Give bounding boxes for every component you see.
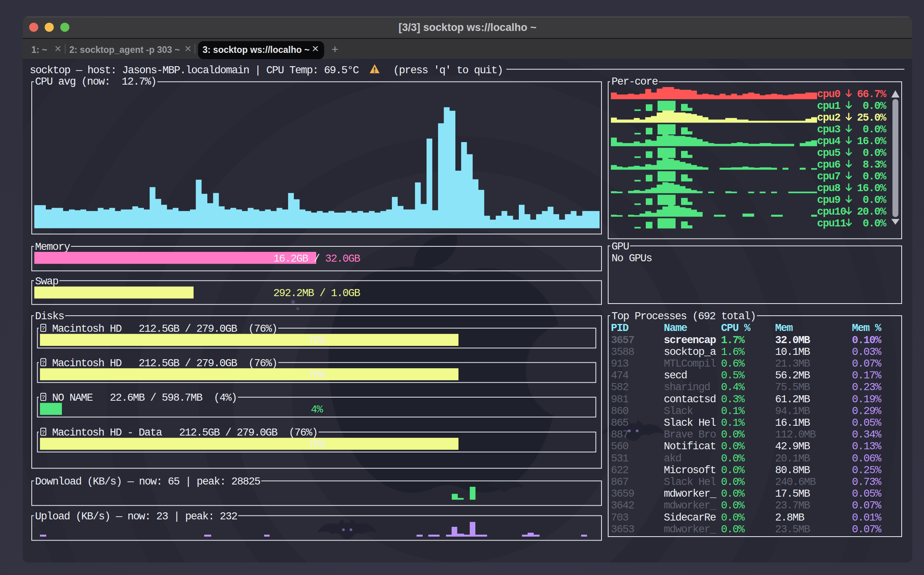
svg-text:cpu4: cpu4 xyxy=(817,136,841,147)
svg-text:20.1MB: 20.1MB xyxy=(775,453,810,465)
svg-text:CPU avg (now: 12.7%): CPU avg (now: 12.7%) xyxy=(35,76,156,88)
svg-text:1.7%: 1.7% xyxy=(721,335,745,346)
svg-text:0.0%: 0.0% xyxy=(863,194,887,206)
svg-text:?: ? xyxy=(42,360,45,367)
svg-text:GPU: GPU xyxy=(612,241,629,253)
svg-text:3: socktop ws://localho ~: 3: socktop ws://localho ~ xyxy=(203,45,310,55)
svg-text:cpu0: cpu0 xyxy=(817,89,840,100)
svg-text:0.1%: 0.1% xyxy=(721,405,745,417)
svg-text:3588: 3588 xyxy=(611,346,634,358)
svg-text:0.0%: 0.0% xyxy=(721,465,745,476)
svg-text:1: ~: 1: ~ xyxy=(31,45,47,55)
svg-text:MTLCompil: MTLCompil xyxy=(664,358,716,370)
svg-text:Macintosh HD - Data 212.5GB: Macintosh HD - Data 212.5GB / 279.0GB (7… xyxy=(52,427,317,439)
svg-text:screencap: screencap xyxy=(664,335,716,346)
svg-text:16.0%: 16.0% xyxy=(857,136,887,147)
svg-text:23.5MB: 23.5MB xyxy=(775,524,810,535)
svg-text:0.0%: 0.0% xyxy=(863,147,887,159)
svg-text:×: × xyxy=(54,42,62,55)
svg-text:Slack Hel: Slack Hel xyxy=(664,476,716,488)
svg-text:PID: PID xyxy=(611,322,629,334)
svg-text:Download (KB/s) — now: 65 | pe: Download (KB/s) — now: 65 | peak: 28825 xyxy=(35,476,260,488)
svg-text:akd: akd xyxy=(664,453,681,465)
svg-text:3642: 3642 xyxy=(611,500,634,512)
svg-text:0.0%: 0.0% xyxy=(863,171,887,183)
svg-text:NO NAME 22.6MB / 598.7MB (4: NO NAME 22.6MB / 598.7MB (4%) xyxy=(52,392,237,404)
svg-text:CPU %: CPU % xyxy=(721,322,751,334)
svg-text:560: 560 xyxy=(611,441,628,452)
svg-text:913: 913 xyxy=(611,358,628,370)
svg-text:Notificat: Notificat xyxy=(664,441,716,452)
svg-text:75.5MB: 75.5MB xyxy=(775,382,810,393)
svg-text:16.1MB: 16.1MB xyxy=(775,417,810,429)
svg-text:Microsoft: Microsoft xyxy=(664,465,716,476)
svg-text:cpu8: cpu8 xyxy=(817,183,840,194)
svg-text:0.0%: 0.0% xyxy=(863,124,887,136)
svg-text:0.0%: 0.0% xyxy=(721,476,745,488)
svg-text:sharingd: sharingd xyxy=(664,382,710,393)
svg-text:292.2MB / 1.0GB: 292.2MB / 1.0GB xyxy=(273,288,360,299)
svg-text:3657: 3657 xyxy=(611,335,634,346)
svg-text:0.06%: 0.06% xyxy=(852,453,882,465)
svg-text:66.7%: 66.7% xyxy=(857,89,887,100)
svg-text:703: 703 xyxy=(611,512,628,524)
svg-text:Swap: Swap xyxy=(35,276,58,288)
svg-text:cpu3: cpu3 xyxy=(817,124,840,136)
svg-text:622: 622 xyxy=(611,465,628,476)
svg-text:0.0%: 0.0% xyxy=(721,429,745,441)
svg-text:76%: 76% xyxy=(308,335,326,347)
svg-text:socktop_a: socktop_a xyxy=(664,346,716,358)
svg-text:Slack: Slack xyxy=(664,405,693,417)
svg-text:0.1%: 0.1% xyxy=(721,417,745,429)
svg-text:(press 'q' to quit): (press 'q' to quit) xyxy=(393,65,503,76)
svg-text:socktop — host: Jasons-MBP.loc: socktop — host: Jasons-MBP.localdomain |… xyxy=(30,65,359,76)
svg-text:16.0%: 16.0% xyxy=(857,183,887,194)
svg-text:0.07%: 0.07% xyxy=(852,524,882,535)
svg-text:0.07%: 0.07% xyxy=(852,358,882,370)
svg-text:Mem: Mem xyxy=(775,322,793,334)
svg-text:0.5%: 0.5% xyxy=(721,370,745,382)
svg-text:Mem %: Mem % xyxy=(852,322,882,334)
svg-text:cpu7: cpu7 xyxy=(817,171,840,183)
svg-text:0.4%: 0.4% xyxy=(721,382,745,393)
svg-text:1.6%: 1.6% xyxy=(721,346,745,358)
svg-text:×: × xyxy=(312,42,319,55)
svg-text:0.0%: 0.0% xyxy=(721,441,745,452)
svg-text:cpu11: cpu11 xyxy=(817,218,846,230)
svg-text:8.3%: 8.3% xyxy=(863,159,887,171)
svg-text:0.13%: 0.13% xyxy=(852,441,882,452)
svg-text:94.1MB: 94.1MB xyxy=(775,405,810,417)
svg-text:?: ? xyxy=(42,430,45,436)
svg-text:Disks: Disks xyxy=(35,311,64,322)
svg-text:0.34%: 0.34% xyxy=(852,429,882,441)
svg-text:0.0%: 0.0% xyxy=(721,500,745,512)
svg-text:76%: 76% xyxy=(308,369,326,381)
svg-text:cpu6: cpu6 xyxy=(817,159,840,171)
svg-text:Name: Name xyxy=(664,322,687,334)
svg-text:Per-core: Per-core xyxy=(612,76,658,88)
svg-text:Upload (KB/s) — now: 23 | peak: Upload (KB/s) — now: 23 | peak: 232 xyxy=(35,511,237,523)
svg-text:25.0%: 25.0% xyxy=(857,112,887,124)
svg-text:16.2GB /: 16.2GB / xyxy=(273,253,319,265)
svg-text:0.0%: 0.0% xyxy=(721,524,745,535)
svg-text:cpu5: cpu5 xyxy=(817,147,840,159)
svg-text:112.0MB: 112.0MB xyxy=(775,429,816,441)
svg-text:0.0%: 0.0% xyxy=(863,218,887,230)
svg-text:Slack Hel: Slack Hel xyxy=(664,417,716,429)
svg-text:3653: 3653 xyxy=(611,524,634,535)
svg-text:80.8MB: 80.8MB xyxy=(775,465,810,476)
svg-text:SidecarRe: SidecarRe xyxy=(664,512,716,524)
svg-text:×: × xyxy=(185,42,192,55)
svg-text:42.9MB: 42.9MB xyxy=(775,441,810,452)
svg-text:860: 860 xyxy=(611,405,628,417)
svg-text:867: 867 xyxy=(611,476,628,488)
svg-text:0.29%: 0.29% xyxy=(852,405,882,417)
svg-text:531: 531 xyxy=(611,453,628,465)
svg-text:23.7MB: 23.7MB xyxy=(775,500,810,512)
svg-text:981: 981 xyxy=(611,394,628,405)
svg-text:?: ? xyxy=(42,325,45,332)
svg-text:contactsd: contactsd xyxy=(664,394,716,405)
svg-text:Brave Bro: Brave Bro xyxy=(664,429,716,441)
svg-text:0.23%: 0.23% xyxy=(852,382,882,393)
svg-text:mdworker_: mdworker_ xyxy=(664,500,717,512)
